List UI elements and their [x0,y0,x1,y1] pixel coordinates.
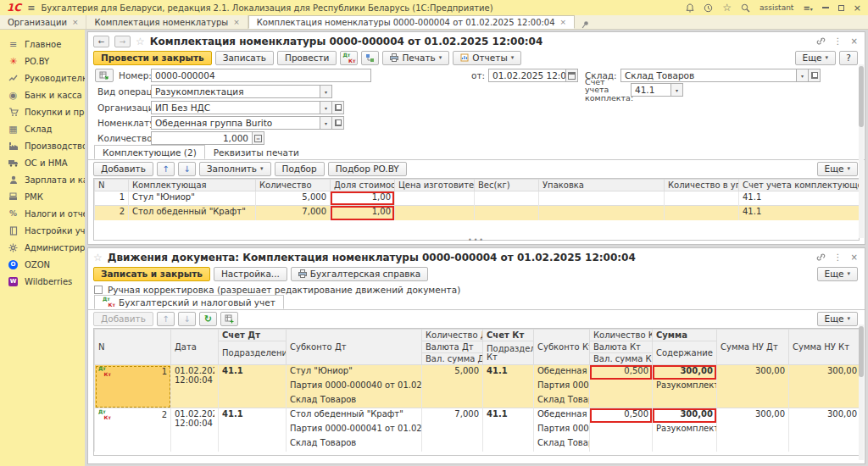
settings-button[interactable]: Настройка... [214,267,287,281]
back-button[interactable]: ← [93,36,109,47]
notifications-bell-icon[interactable] [686,3,694,13]
minimize-button[interactable] [822,7,829,8]
cell-qty-kt[interactable]: 0,500 [590,408,653,423]
cell-sum-nu-kt[interactable]: 300,00 [789,408,860,452]
sidebar-item-taxes-reports[interactable]: %Налоги и отчетность [0,205,85,222]
posting-selector-cell[interactable]: ДтКт 2 [95,408,171,452]
reports-button[interactable]: Отчеты▾ [453,51,521,65]
cell-currency-sum-dt[interactable] [422,394,483,408]
col-department-dt[interactable]: Подразделение Дт [219,341,287,365]
close-form-icon[interactable]: × [851,37,858,46]
operation-field[interactable]: Разукомплектация [151,85,320,98]
kit-account-dropdown-icon[interactable]: ▾ [671,83,683,97]
sidebar-item-purchases-sales[interactable]: Покупки и продажи [0,103,85,120]
move-row-up-button[interactable]: ↑ [157,162,175,176]
operation-dropdown-icon[interactable]: ▾ [320,85,332,98]
tab-components[interactable]: Комплектующие (2) [94,145,205,159]
cell-component-account[interactable]: 41.1 [739,206,860,220]
sidebar-item-rmk[interactable]: РМК [0,188,85,205]
sidebar-item-po-by[interactable]: ✳PO.BY [0,53,85,69]
nomenclature-field[interactable]: Обеденная группа Burito [151,116,320,130]
pick-button[interactable]: Подбор [275,162,325,176]
cell-sum-nu-dt[interactable]: 300,00 [717,408,789,452]
more-button-form[interactable]: Еще▾ [795,51,837,65]
col-currency-dt[interactable]: Валюта Дт [422,341,483,353]
show-postings-button[interactable]: ДтКт [340,51,358,65]
more-button-components[interactable]: Еще▾ [817,162,859,176]
add-movement-button[interactable]: Добавить [93,312,153,326]
col-currency-kt[interactable]: Валюта Кт [590,341,653,353]
output-list-button[interactable] [220,312,238,326]
sidebar-item-payroll-hr[interactable]: Зарплата и кадры [0,171,85,188]
col-department-kt[interactable]: Подразделение Кт [483,341,534,365]
document-structure-button[interactable] [361,51,379,65]
col-weight[interactable]: Вес(кг) [475,180,539,191]
print-button[interactable]: Печать▾ [382,51,449,65]
cell-qty-kt[interactable]: 0,500 [590,365,653,380]
tab-kitting-list[interactable]: Комплектация номенклатуры × [86,15,248,29]
sidebar-item-manager[interactable]: Руководителю [0,69,85,86]
col-n[interactable]: N [95,330,171,365]
component-row-selected[interactable]: 2 Стол обеденный "Крафт" 7,000 1,00 41.1 [95,206,860,220]
warehouse-field[interactable]: Склад Товаров [620,69,797,82]
cell-qty-dt[interactable]: 7,000 [422,408,483,423]
cell-currency-sum-kt[interactable] [590,437,653,452]
cell-subconto-dt-1[interactable]: Стул "Юниор" [287,365,422,380]
cell-component-account[interactable]: 41.1 [739,191,860,206]
favorite-star-icon[interactable]: ☆ [136,36,145,47]
cell-maker-price[interactable] [395,191,475,206]
sidebar-item-warehouse[interactable]: ▦Склад [0,120,85,137]
close-form-icon[interactable]: × [851,253,858,262]
col-n[interactable]: N [95,180,129,191]
cell-qty-dt[interactable]: 5,000 [422,365,483,380]
sidebar-item-wildberries[interactable]: WWildberries [0,273,85,290]
component-row[interactable]: 1 Стул "Юниор" 5,000 1,00 41.1 [95,191,860,206]
sidebar-item-ozon[interactable]: OOZON [0,256,85,273]
cell-qty[interactable]: 5,000 [256,191,331,206]
cell-subconto-dt-2[interactable]: Партия 0000-000040 от 01.02.2025 12:00:0… [287,380,422,394]
post-button[interactable]: Провести [277,51,337,65]
number-field[interactable]: 0000-000004 [151,69,371,82]
add-row-button[interactable]: Добавить [93,162,153,176]
nomenclature-open-icon[interactable] [332,116,344,130]
number-settings-button[interactable] [95,69,114,82]
post-and-close-button[interactable]: Провести и закрыть [93,51,212,65]
cell-subconto-dt-3[interactable]: Склад Товаров [287,394,422,408]
cell-currency-sum-dt[interactable] [422,437,483,452]
more-menu-icon[interactable]: ⋮ [834,253,843,262]
cell-subconto-dt-1[interactable]: Стол обеденный "Крафт" [287,408,422,423]
cell-subconto-kt-1[interactable]: Обеденная гру... [534,365,590,380]
cell-sum[interactable]: 300,00 [653,365,717,380]
close-tab-icon[interactable]: × [233,18,240,26]
posting-row[interactable]: ДтКт 2 01.02.202512:00:04 41.1 Стол обед… [95,408,860,423]
get-link-icon[interactable] [816,36,826,47]
cell-account-dt[interactable]: 41.1 [219,365,287,408]
cell-component[interactable]: Стул "Юниор" [129,191,256,206]
col-qty-per-package[interactable]: Количество в упаковке [665,180,739,191]
cell-content[interactable]: Разукомплектация [653,380,717,394]
organization-open-icon[interactable] [332,101,344,114]
cell-cost-share[interactable]: 1,00 [331,206,395,220]
cell-subconto-dt-3[interactable]: Склад Товаров [287,437,422,452]
tab-organizations[interactable]: Организации × [0,15,86,29]
sidebar-item-accounting-settings[interactable]: Настройки учета [0,222,85,239]
cell-date[interactable]: 01.02.202512:00:04 [171,408,219,452]
col-component-account[interactable]: Счет учета комплектующей [739,180,860,191]
kit-account-field[interactable]: 41.1 [631,83,671,97]
cell-content[interactable]: Разукомплектация [653,423,717,437]
sidebar-item-fixed-assets[interactable]: ОС и НМА [0,154,85,171]
close-tab-icon[interactable]: × [72,18,79,26]
cell-weight[interactable] [475,191,539,206]
favorite-star-icon[interactable]: ☆ [93,252,103,263]
history-icon[interactable] [704,3,713,13]
tab-print-props[interactable]: Реквизиты печати [205,145,308,159]
cell-sum-nu-kt[interactable]: 300,00 [789,365,860,408]
cell-subconto-kt-2[interactable]: Партия 0000-00... [534,423,590,437]
cell-package[interactable] [539,191,665,206]
col-account-dt[interactable]: Счет Дт [219,330,287,341]
cell-content-2[interactable] [653,394,717,408]
fill-button[interactable]: Заполнить▾ [199,162,271,176]
col-currency-sum-kt[interactable]: Вал. сумма Кт [590,353,653,365]
favorites-star-icon[interactable]: ☆ [722,3,732,13]
sidebar-item-production[interactable]: Производство [0,137,85,154]
